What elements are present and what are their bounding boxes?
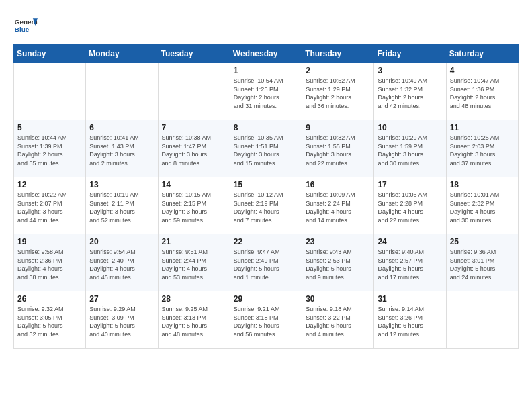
day-number: 8 (234, 123, 298, 132)
weekday-header-tuesday: Tuesday (158, 45, 230, 63)
svg-text:Blue: Blue (15, 26, 30, 33)
logo-icon: General Blue (13, 13, 38, 38)
calendar-cell: 6Sunrise: 10:41 AM Sunset: 1:43 PM Dayli… (86, 120, 158, 177)
day-number: 2 (306, 66, 370, 75)
day-info: Sunrise: 10:15 AM Sunset: 2:15 PM Daylig… (162, 191, 226, 224)
calendar-cell: 29Sunrise: 9:21 AM Sunset: 3:18 PM Dayli… (230, 291, 302, 349)
calendar-cell: 16Sunrise: 10:09 AM Sunset: 2:24 PM Dayl… (302, 177, 374, 234)
calendar-week-1: 1Sunrise: 10:54 AM Sunset: 1:25 PM Dayli… (14, 63, 519, 120)
day-number: 15 (234, 180, 298, 189)
day-number: 3 (378, 66, 442, 75)
day-number: 24 (378, 237, 442, 246)
calendar-cell: 14Sunrise: 10:15 AM Sunset: 2:15 PM Dayl… (158, 177, 230, 234)
day-info: Sunrise: 10:49 AM Sunset: 1:32 PM Daylig… (378, 77, 442, 110)
day-info: Sunrise: 10:09 AM Sunset: 2:24 PM Daylig… (306, 191, 370, 224)
day-info: Sunrise: 9:43 AM Sunset: 2:53 PM Dayligh… (306, 248, 370, 281)
calendar-cell: 9Sunrise: 10:32 AM Sunset: 1:55 PM Dayli… (302, 120, 374, 177)
calendar-week-5: 26Sunrise: 9:32 AM Sunset: 3:05 PM Dayli… (14, 291, 519, 349)
day-number: 27 (89, 294, 154, 304)
weekday-header-saturday: Saturday (446, 45, 518, 63)
weekday-header-sunday: Sunday (14, 45, 86, 63)
day-info: Sunrise: 10:12 AM Sunset: 2:19 PM Daylig… (234, 191, 298, 224)
calendar-cell: 1Sunrise: 10:54 AM Sunset: 1:25 PM Dayli… (230, 63, 302, 120)
day-info: Sunrise: 10:29 AM Sunset: 1:59 PM Daylig… (378, 134, 442, 167)
weekday-header-monday: Monday (86, 45, 158, 63)
calendar-cell: 12Sunrise: 10:22 AM Sunset: 2:07 PM Dayl… (14, 177, 86, 234)
calendar-cell: 19Sunrise: 9:58 AM Sunset: 2:36 PM Dayli… (14, 234, 86, 291)
calendar-week-2: 5Sunrise: 10:44 AM Sunset: 1:39 PM Dayli… (14, 120, 519, 177)
calendar-cell (158, 63, 230, 120)
calendar-cell: 5Sunrise: 10:44 AM Sunset: 1:39 PM Dayli… (14, 120, 86, 177)
day-info: Sunrise: 9:32 AM Sunset: 3:05 PM Dayligh… (17, 305, 82, 338)
calendar-table: SundayMondayTuesdayWednesdayThursdayFrid… (13, 44, 519, 349)
calendar-body: 1Sunrise: 10:54 AM Sunset: 1:25 PM Dayli… (14, 63, 519, 349)
day-info: Sunrise: 10:52 AM Sunset: 1:29 PM Daylig… (306, 77, 370, 110)
day-number: 11 (450, 123, 515, 132)
weekday-header-thursday: Thursday (302, 45, 374, 63)
day-number: 30 (306, 294, 370, 304)
calendar-cell: 26Sunrise: 9:32 AM Sunset: 3:05 PM Dayli… (14, 291, 86, 349)
day-info: Sunrise: 9:47 AM Sunset: 2:49 PM Dayligh… (234, 248, 298, 281)
day-info: Sunrise: 10:41 AM Sunset: 1:43 PM Daylig… (89, 134, 154, 167)
day-info: Sunrise: 9:25 AM Sunset: 3:13 PM Dayligh… (162, 305, 226, 338)
day-info: Sunrise: 9:54 AM Sunset: 2:40 PM Dayligh… (89, 248, 154, 281)
day-number: 13 (89, 180, 154, 189)
day-info: Sunrise: 10:35 AM Sunset: 1:51 PM Daylig… (234, 134, 298, 167)
day-number: 20 (89, 237, 154, 246)
day-number: 19 (17, 237, 82, 246)
day-info: Sunrise: 9:58 AM Sunset: 2:36 PM Dayligh… (17, 248, 82, 281)
calendar-cell: 8Sunrise: 10:35 AM Sunset: 1:51 PM Dayli… (230, 120, 302, 177)
calendar-cell: 7Sunrise: 10:38 AM Sunset: 1:47 PM Dayli… (158, 120, 230, 177)
weekday-header-friday: Friday (374, 45, 446, 63)
day-number: 25 (450, 237, 515, 246)
day-number: 29 (234, 294, 298, 304)
weekday-header-row: SundayMondayTuesdayWednesdayThursdayFrid… (14, 45, 519, 63)
calendar-cell: 28Sunrise: 9:25 AM Sunset: 3:13 PM Dayli… (158, 291, 230, 349)
calendar-week-4: 19Sunrise: 9:58 AM Sunset: 2:36 PM Dayli… (14, 234, 519, 291)
calendar-cell: 22Sunrise: 9:47 AM Sunset: 2:49 PM Dayli… (230, 234, 302, 291)
day-number: 6 (89, 123, 154, 132)
day-number: 23 (306, 237, 370, 246)
day-info: Sunrise: 10:05 AM Sunset: 2:28 PM Daylig… (378, 191, 442, 224)
day-info: Sunrise: 10:19 AM Sunset: 2:11 PM Daylig… (89, 191, 154, 224)
weekday-header-wednesday: Wednesday (230, 45, 302, 63)
day-info: Sunrise: 9:21 AM Sunset: 3:18 PM Dayligh… (234, 305, 298, 338)
page-header: General Blue (13, 13, 519, 38)
day-number: 4 (450, 66, 515, 75)
day-number: 1 (234, 66, 298, 75)
day-number: 31 (378, 294, 442, 304)
day-info: Sunrise: 10:01 AM Sunset: 2:32 PM Daylig… (450, 191, 515, 224)
day-info: Sunrise: 9:36 AM Sunset: 3:01 PM Dayligh… (450, 248, 515, 281)
day-info: Sunrise: 9:14 AM Sunset: 3:26 PM Dayligh… (378, 305, 442, 338)
calendar-cell: 31Sunrise: 9:14 AM Sunset: 3:26 PM Dayli… (374, 291, 446, 349)
day-number: 5 (17, 123, 82, 132)
day-number: 12 (17, 180, 82, 189)
day-number: 14 (162, 180, 226, 189)
calendar-cell: 25Sunrise: 9:36 AM Sunset: 3:01 PM Dayli… (446, 234, 518, 291)
calendar-cell (14, 63, 86, 120)
calendar-cell (446, 291, 518, 349)
day-info: Sunrise: 9:29 AM Sunset: 3:09 PM Dayligh… (89, 305, 154, 338)
day-info: Sunrise: 10:32 AM Sunset: 1:55 PM Daylig… (306, 134, 370, 167)
day-number: 18 (450, 180, 515, 189)
calendar-cell: 21Sunrise: 9:51 AM Sunset: 2:44 PM Dayli… (158, 234, 230, 291)
calendar-cell (86, 63, 158, 120)
day-number: 17 (378, 180, 442, 189)
calendar-cell: 13Sunrise: 10:19 AM Sunset: 2:11 PM Dayl… (86, 177, 158, 234)
day-info: Sunrise: 9:51 AM Sunset: 2:44 PM Dayligh… (162, 248, 226, 281)
calendar-cell: 17Sunrise: 10:05 AM Sunset: 2:28 PM Dayl… (374, 177, 446, 234)
day-info: Sunrise: 9:40 AM Sunset: 2:57 PM Dayligh… (378, 248, 442, 281)
calendar-cell: 27Sunrise: 9:29 AM Sunset: 3:09 PM Dayli… (86, 291, 158, 349)
calendar-cell: 3Sunrise: 10:49 AM Sunset: 1:32 PM Dayli… (374, 63, 446, 120)
day-number: 26 (17, 294, 82, 304)
calendar-cell: 24Sunrise: 9:40 AM Sunset: 2:57 PM Dayli… (374, 234, 446, 291)
calendar-header: SundayMondayTuesdayWednesdayThursdayFrid… (14, 45, 519, 63)
calendar-cell: 18Sunrise: 10:01 AM Sunset: 2:32 PM Dayl… (446, 177, 518, 234)
day-number: 28 (162, 294, 226, 304)
day-info: Sunrise: 10:54 AM Sunset: 1:25 PM Daylig… (234, 77, 298, 110)
logo: General Blue (13, 13, 38, 38)
calendar-cell: 10Sunrise: 10:29 AM Sunset: 1:59 PM Dayl… (374, 120, 446, 177)
calendar-cell: 23Sunrise: 9:43 AM Sunset: 2:53 PM Dayli… (302, 234, 374, 291)
calendar-week-3: 12Sunrise: 10:22 AM Sunset: 2:07 PM Dayl… (14, 177, 519, 234)
day-number: 7 (162, 123, 226, 132)
